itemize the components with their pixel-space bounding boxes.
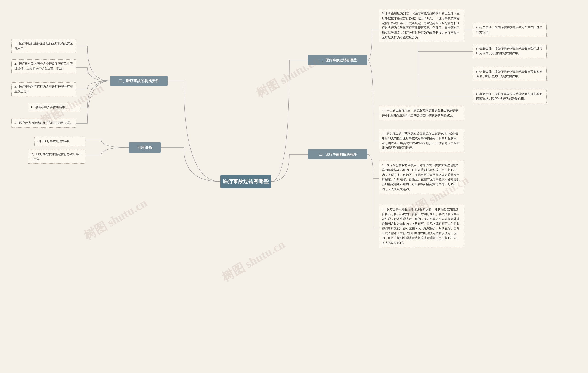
leaf-ll2: 2、医疗机构及其医务人员违反了医疗卫生管理法律、法规和诊疗护理规范、常规； xyxy=(11,59,76,73)
leaf-rl7: 3、医疗纠纷的双方当事人，对首次医疗事故技术鉴定委员会的鉴定结论不服的，可以在接… xyxy=(379,161,464,194)
branch-node-2: 引用法条 xyxy=(129,142,161,153)
leaf-rl6: 2、病员死亡的，其家属应当在病员死亡后或收到尸检报告单后15天内提出医疗事故或者… xyxy=(379,129,464,152)
leaf-rl0: 对于责任程度的判定，《医疗事故处理条例》和卫生部《医疗事故技术鉴定暂行办法》做出… xyxy=(379,9,464,42)
leaf-rl4: (4)轻微责任：指医疗事故损害后果绝大部分由其他因素造成，医疗过失行为起轻微作用… xyxy=(473,90,547,103)
leaf-rl2: (2)主要责任：指医疗事故损害后果主要由医疗过失行为造成，其他因素起次要作用。 xyxy=(473,44,547,58)
branch3-label: 一、医疗事故过错有哪些 xyxy=(319,58,357,63)
leaf-ll5: 5、医疗行为与损害后果之间存在因果关系。 xyxy=(11,118,76,128)
watermark-4: 树图 shutu.cn xyxy=(81,195,150,244)
mind-map: 医疗事故过错有哪些 二、医疗事故的构成要件 引用法条 一、医疗事故过错有哪些 三… xyxy=(0,0,588,373)
central-node: 医疗事故过错有哪些 xyxy=(220,175,271,188)
central-label: 医疗事故过错有哪些 xyxy=(223,178,269,185)
leaf-ll3: 3、医疗事故的直接行为人在诊疗护理中存在主观过失； xyxy=(11,82,76,96)
leaf-rl1: (1)完全责任：指医疗事故损害后果完全由医疗过失行为造成。 xyxy=(473,23,547,37)
leaf-ll1: 1、医疗事故的主体是合法的医疗机构及其医务人员； xyxy=(11,39,76,53)
leaf-ll4: 4、患者存在人身损害后果； xyxy=(28,103,80,112)
leaf-rl5: 1、一旦发生医疗纠纷，病员及其家属有权在发生事故或事件不良后果发生后1年之内提出… xyxy=(379,106,464,120)
leaf-ll7: [2]《医疗事故技术鉴定暂行办法》第三十六条 xyxy=(28,150,85,164)
branch4-label: 三、医疗事故的解决程序 xyxy=(319,152,357,157)
leaf-ll6: [1]《医疗事故处理条例》 xyxy=(34,137,85,146)
leaf-rl8: 4、双方当事人对鉴定结论没有异议的，可以就处理方案进行协商；协商不成的，任何一方… xyxy=(379,205,464,247)
branch1-label: 二、医疗事故的构成要件 xyxy=(119,79,159,84)
branch-node-4: 三、医疗事故的解决程序 xyxy=(308,149,368,160)
watermark-5: 树图 shutu.cn xyxy=(219,236,288,286)
branch-node-1: 二、医疗事故的构成要件 xyxy=(110,76,168,86)
branch2-label: 引用法条 xyxy=(137,145,152,150)
leaf-rl3: (3)次要责任：指医疗事故损害后果主要由其他因素造成，医疗过失行为起次要作用。 xyxy=(473,67,547,81)
branch-node-3: 一、医疗事故过错有哪些 xyxy=(308,55,368,65)
